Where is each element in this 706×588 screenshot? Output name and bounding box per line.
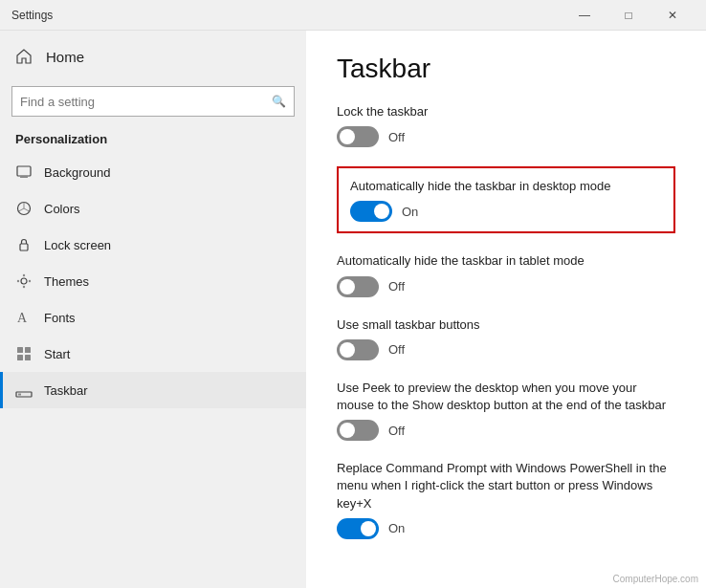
- search-icon: 🔍: [272, 95, 286, 108]
- background-icon: [15, 163, 33, 181]
- title-bar: Settings — □ ✕: [0, 0, 706, 31]
- sidebar-start-label: Start: [44, 347, 70, 361]
- small-buttons-label: Use small taskbar buttons: [337, 316, 675, 334]
- themes-icon: [15, 272, 33, 290]
- auto-hide-tablet-toggle[interactable]: [337, 276, 379, 297]
- sidebar-colors-label: Colors: [44, 202, 80, 216]
- start-icon: [15, 345, 33, 362]
- sidebar-item-start[interactable]: Start: [0, 336, 306, 372]
- home-icon: [15, 48, 33, 65]
- auto-hide-tablet-row: Off: [337, 276, 675, 297]
- powershell-value: On: [388, 521, 405, 535]
- taskbar-icon: [15, 381, 33, 399]
- svg-point-6: [23, 286, 25, 288]
- peek-label: Use Peek to preview the desktop when you…: [337, 380, 675, 414]
- auto-hide-tablet-value: Off: [388, 279, 405, 294]
- maximize-button[interactable]: □: [607, 0, 651, 31]
- small-buttons-value: Off: [388, 342, 405, 357]
- watermark: ComputerHope.com: [613, 574, 698, 584]
- sidebar-themes-label: Themes: [44, 274, 89, 289]
- sidebar-item-taskbar[interactable]: Taskbar: [0, 372, 306, 408]
- auto-hide-desktop-value: On: [402, 205, 418, 219]
- setting-powershell: Replace Command Prompt with Windows Powe…: [337, 460, 675, 539]
- setting-peek: Use Peek to preview the desktop when you…: [337, 380, 675, 441]
- sidebar-item-themes[interactable]: Themes: [0, 263, 306, 299]
- colors-icon: [15, 200, 33, 217]
- small-buttons-row: Off: [337, 339, 675, 360]
- sidebar-fonts-label: Fonts: [44, 311, 76, 325]
- peek-toggle-thumb: [340, 423, 355, 438]
- main-layout: Home 🔍 Personalization Background Colors: [0, 31, 706, 588]
- sidebar-item-fonts[interactable]: A Fonts: [0, 299, 306, 336]
- window-controls: — □ ✕: [563, 0, 695, 31]
- lockscreen-icon: [15, 236, 33, 253]
- lock-taskbar-toggle-thumb: [340, 129, 355, 144]
- lock-taskbar-row: Off: [337, 126, 675, 147]
- page-title: Taskbar: [337, 54, 675, 84]
- auto-hide-desktop-highlight: Automatically hide the taskbar in deskto…: [337, 166, 675, 233]
- peek-value: Off: [388, 424, 405, 438]
- svg-text:A: A: [17, 311, 28, 325]
- sidebar: Home 🔍 Personalization Background Colors: [0, 31, 306, 588]
- sidebar-section-label: Personalization: [0, 124, 306, 154]
- powershell-row: On: [337, 518, 675, 539]
- svg-point-8: [29, 280, 31, 282]
- svg-rect-12: [17, 355, 23, 360]
- svg-rect-10: [17, 347, 23, 353]
- svg-rect-11: [25, 347, 31, 353]
- fonts-icon: A: [15, 309, 33, 326]
- minimize-button[interactable]: —: [563, 0, 607, 31]
- setting-auto-hide-tablet: Automatically hide the taskbar in tablet…: [337, 252, 675, 296]
- setting-small-buttons: Use small taskbar buttons Off: [337, 316, 675, 360]
- lock-taskbar-value: Off: [388, 130, 405, 144]
- window-title: Settings: [11, 9, 563, 22]
- svg-rect-13: [25, 355, 31, 360]
- sidebar-taskbar-label: Taskbar: [44, 383, 88, 398]
- powershell-toggle-thumb: [361, 521, 376, 536]
- auto-hide-desktop-row: On: [350, 201, 662, 222]
- svg-rect-15: [18, 394, 21, 396]
- auto-hide-desktop-toggle[interactable]: [350, 201, 392, 222]
- svg-point-7: [17, 280, 19, 282]
- svg-rect-0: [17, 166, 31, 176]
- sidebar-home-label: Home: [46, 49, 84, 65]
- lock-taskbar-toggle[interactable]: [337, 126, 379, 147]
- sidebar-item-background[interactable]: Background: [0, 154, 306, 190]
- sidebar-item-colors[interactable]: Colors: [0, 190, 306, 227]
- svg-rect-1: [20, 176, 28, 178]
- close-button[interactable]: ✕: [651, 0, 695, 31]
- sidebar-lockscreen-label: Lock screen: [44, 238, 111, 252]
- sidebar-item-home[interactable]: Home: [0, 34, 306, 78]
- auto-hide-desktop-toggle-thumb: [374, 204, 389, 219]
- search-box[interactable]: 🔍: [11, 86, 295, 117]
- content-area: Taskbar Lock the taskbar Off Automatical…: [306, 31, 706, 588]
- peek-row: Off: [337, 420, 675, 441]
- powershell-label: Replace Command Prompt with Windows Powe…: [337, 460, 675, 512]
- lock-taskbar-label: Lock the taskbar: [337, 103, 675, 120]
- small-buttons-toggle-thumb: [340, 342, 355, 358]
- setting-lock-taskbar: Lock the taskbar Off: [337, 103, 675, 147]
- sidebar-background-label: Background: [44, 165, 110, 180]
- search-input[interactable]: [20, 95, 272, 109]
- auto-hide-desktop-label: Automatically hide the taskbar in deskto…: [350, 178, 662, 195]
- svg-rect-3: [20, 244, 28, 250]
- svg-point-4: [21, 278, 27, 284]
- svg-point-5: [23, 274, 25, 276]
- powershell-toggle[interactable]: [337, 518, 379, 539]
- small-buttons-toggle[interactable]: [337, 339, 379, 360]
- peek-toggle[interactable]: [337, 420, 379, 441]
- auto-hide-tablet-toggle-thumb: [340, 279, 355, 294]
- auto-hide-tablet-label: Automatically hide the taskbar in tablet…: [337, 252, 675, 270]
- sidebar-item-lockscreen[interactable]: Lock screen: [0, 227, 306, 263]
